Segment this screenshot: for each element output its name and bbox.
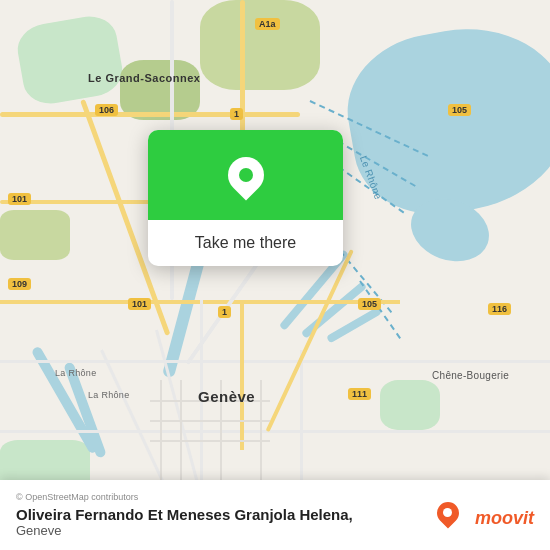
label-la-rhone-2: La Rhône — [88, 390, 129, 400]
road-label-105-top: 105 — [448, 104, 471, 116]
map-container: A1a 106 1 101 100 105 105 109 101 1 111 … — [0, 0, 550, 550]
road-label-101-left: 101 — [8, 193, 31, 205]
popup-top — [148, 130, 343, 220]
road-h5 — [0, 430, 550, 433]
road-h4 — [0, 360, 550, 363]
road-label-1-mid: 1 — [218, 306, 231, 318]
road-label-1-top: 1 — [230, 108, 243, 120]
street-2 — [180, 380, 182, 480]
popup-card: Take me there — [148, 130, 343, 266]
green-area-5 — [0, 210, 70, 260]
road-h1 — [0, 112, 300, 117]
road-v5 — [240, 300, 244, 450]
street-1 — [160, 380, 162, 480]
green-area-4 — [380, 380, 440, 430]
take-me-there-label: Take me there — [195, 234, 296, 252]
label-la-rhone-1: La Rhône — [55, 368, 96, 378]
road-label-a1a: A1a — [255, 18, 280, 30]
street-4 — [260, 380, 262, 480]
green-area-2 — [120, 60, 200, 120]
road-label-105-mid: 105 — [358, 298, 381, 310]
road-label-106: 106 — [95, 104, 118, 116]
label-grand-saconnex: Le Grand-Saconnex — [88, 72, 200, 84]
label-chene-bougerie: Chêne-Bougerie — [432, 370, 509, 381]
road-label-109: 109 — [8, 278, 31, 290]
moovit-pin-icon — [437, 502, 465, 534]
street-6 — [150, 420, 270, 422]
map-attribution: © OpenStreetMap contributors — [16, 492, 534, 502]
road-label-101-mid: 101 — [128, 298, 151, 310]
moovit-logo: moovit — [437, 502, 534, 534]
road-label-111: 111 — [348, 388, 371, 400]
road-label-116: 116 — [488, 303, 511, 315]
location-pin-icon — [228, 157, 264, 193]
street-7 — [150, 440, 270, 442]
take-me-there-button[interactable]: Take me there — [148, 220, 343, 266]
green-area-3 — [200, 0, 320, 90]
moovit-text-label: moovit — [475, 508, 534, 529]
label-geneve: Genève — [198, 388, 255, 405]
